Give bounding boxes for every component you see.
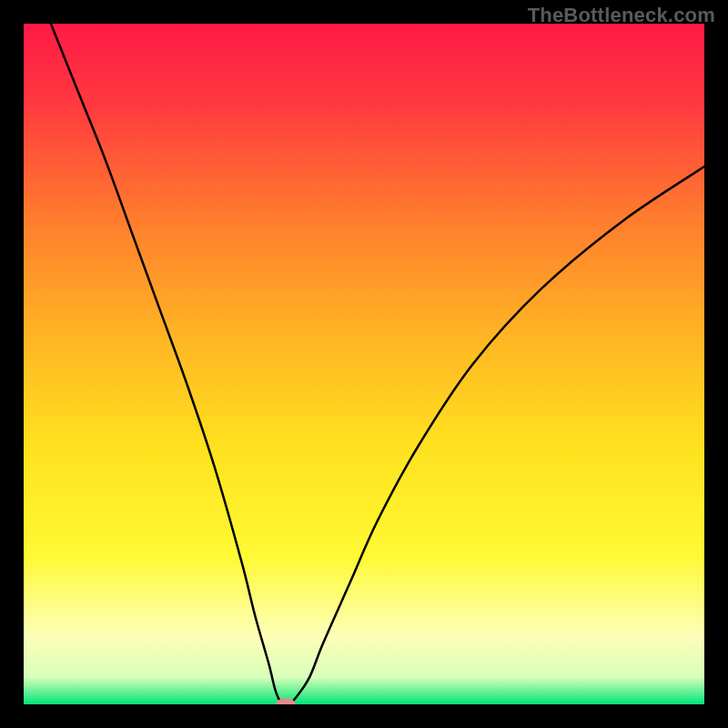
- plot-background: [24, 24, 704, 704]
- chart-frame: TheBottleneck.com: [0, 0, 728, 728]
- chart-svg: [24, 24, 704, 704]
- watermark-text: TheBottleneck.com: [528, 4, 715, 27]
- plot-area: [24, 24, 704, 704]
